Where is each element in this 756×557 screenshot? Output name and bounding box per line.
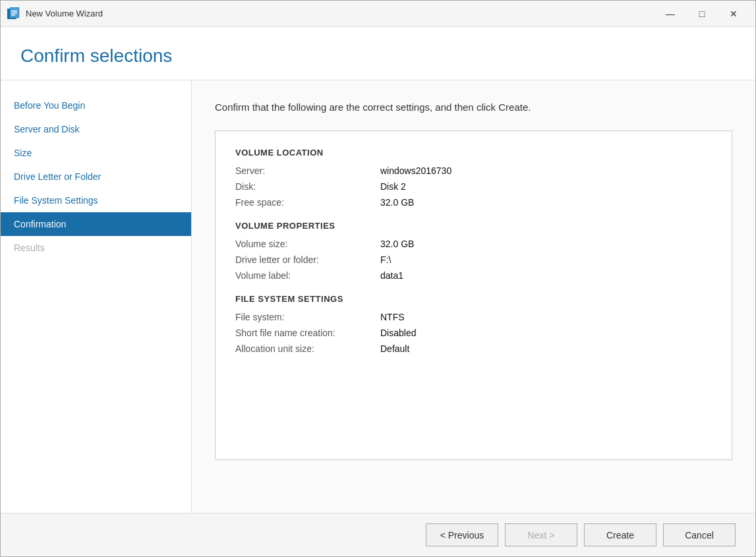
volume-properties-title: VOLUME PROPERTIES — [235, 221, 712, 231]
file-system-section: FILE SYSTEM SETTINGS File system: NTFS S… — [235, 294, 712, 354]
volume-size-label: Volume size: — [235, 239, 380, 249]
volume-location-section: VOLUME LOCATION Server: windows2016730 D… — [235, 148, 712, 208]
disk-row: Disk: Disk 2 — [235, 181, 712, 192]
file-system-title: FILE SYSTEM SETTINGS — [235, 294, 712, 304]
drive-letter-value: F:\ — [380, 254, 391, 265]
svg-rect-4 — [11, 15, 15, 16]
sidebar-item-results: Results — [1, 236, 191, 260]
short-name-label: Short file name creation: — [235, 328, 380, 338]
drive-letter-row: Drive letter or folder: F:\ — [235, 254, 712, 265]
sidebar-item-confirmation: Confirmation — [1, 212, 191, 236]
footer: < Previous Next > Create Cancel — [1, 513, 755, 556]
server-row: Server: windows2016730 — [235, 165, 712, 176]
server-label: Server: — [235, 165, 380, 176]
sidebar-item-drive-letter[interactable]: Drive Letter or Folder — [1, 165, 191, 189]
main-body: Before You Begin Server and Disk Size Dr… — [1, 80, 755, 513]
volume-label-value: data1 — [380, 270, 403, 281]
minimize-button[interactable]: — — [655, 3, 685, 24]
content-area: Confirm selections Before You Begin Serv… — [1, 27, 755, 556]
volume-label-label: Volume label: — [235, 270, 380, 281]
drive-letter-label: Drive letter or folder: — [235, 254, 380, 265]
free-space-label: Free space: — [235, 197, 380, 208]
svg-rect-3 — [11, 13, 17, 14]
volume-location-title: VOLUME LOCATION — [235, 148, 712, 158]
volume-properties-section: VOLUME PROPERTIES Volume size: 32.0 GB D… — [235, 221, 712, 281]
next-button[interactable]: Next > — [505, 523, 577, 546]
create-button[interactable]: Create — [584, 523, 656, 546]
short-name-value: Disabled — [380, 328, 416, 338]
page-title: Confirm selections — [20, 45, 736, 67]
app-icon — [7, 7, 20, 20]
maximize-button[interactable]: □ — [687, 3, 717, 24]
window: New Volume Wizard — □ ✕ Confirm selectio… — [0, 0, 756, 557]
title-bar: New Volume Wizard — □ ✕ — [1, 1, 755, 27]
allocation-label: Allocation unit size: — [235, 343, 380, 354]
close-button[interactable]: ✕ — [718, 3, 749, 24]
volume-size-value: 32.0 GB — [380, 239, 414, 249]
sidebar-item-before-you-begin[interactable]: Before You Begin — [1, 94, 191, 117]
short-name-row: Short file name creation: Disabled — [235, 328, 712, 338]
volume-label-row: Volume label: data1 — [235, 270, 712, 281]
confirmation-box: VOLUME LOCATION Server: windows2016730 D… — [215, 131, 732, 460]
server-value: windows2016730 — [380, 165, 451, 176]
previous-button[interactable]: < Previous — [426, 523, 498, 546]
allocation-value: Default — [380, 343, 409, 354]
instruction-text: Confirm that the following are the corre… — [215, 100, 732, 114]
page-header: Confirm selections — [1, 27, 755, 80]
file-system-row: File system: NTFS — [235, 312, 712, 322]
sidebar: Before You Begin Server and Disk Size Dr… — [1, 80, 192, 513]
free-space-row: Free space: 32.0 GB — [235, 197, 712, 208]
file-system-value: NTFS — [380, 312, 405, 322]
right-panel: Confirm that the following are the corre… — [192, 80, 755, 513]
allocation-row: Allocation unit size: Default — [235, 343, 712, 354]
svg-rect-2 — [11, 11, 17, 12]
cancel-button[interactable]: Cancel — [663, 523, 736, 546]
disk-label: Disk: — [235, 181, 380, 192]
disk-value: Disk 2 — [380, 181, 406, 192]
window-title: New Volume Wizard — [26, 9, 655, 18]
sidebar-item-file-system[interactable]: File System Settings — [1, 189, 191, 212]
sidebar-item-size[interactable]: Size — [1, 141, 191, 165]
window-controls: — □ ✕ — [655, 3, 749, 24]
file-system-label: File system: — [235, 312, 380, 322]
volume-size-row: Volume size: 32.0 GB — [235, 239, 712, 249]
sidebar-item-server-and-disk[interactable]: Server and Disk — [1, 117, 191, 141]
free-space-value: 32.0 GB — [380, 197, 414, 208]
